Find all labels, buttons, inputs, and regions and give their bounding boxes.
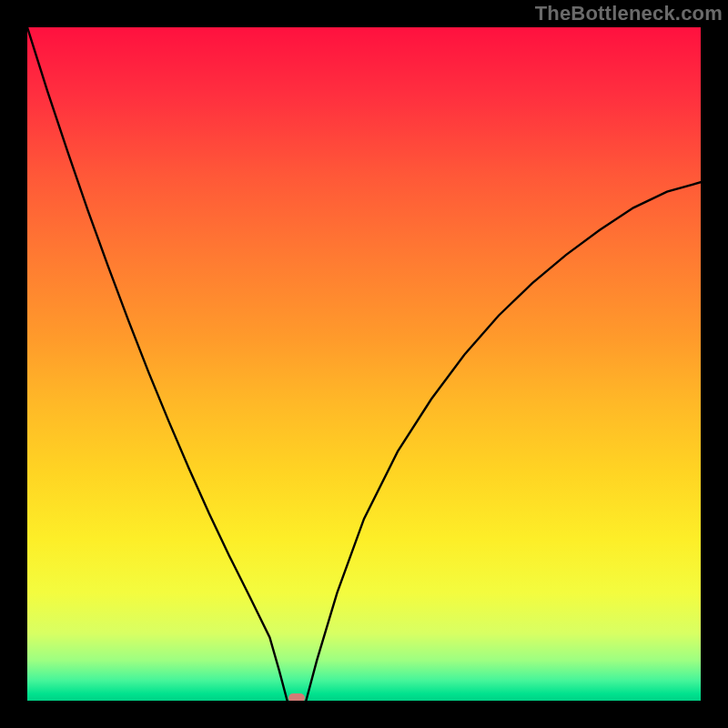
curve-left-branch bbox=[27, 27, 288, 701]
plot-area bbox=[27, 27, 701, 701]
bottleneck-marker bbox=[288, 693, 305, 701]
curve-right-branch bbox=[306, 182, 701, 701]
chart-frame: TheBottleneck.com bbox=[0, 0, 728, 728]
watermark-text: TheBottleneck.com bbox=[535, 2, 723, 25]
curve-svg bbox=[27, 27, 701, 701]
